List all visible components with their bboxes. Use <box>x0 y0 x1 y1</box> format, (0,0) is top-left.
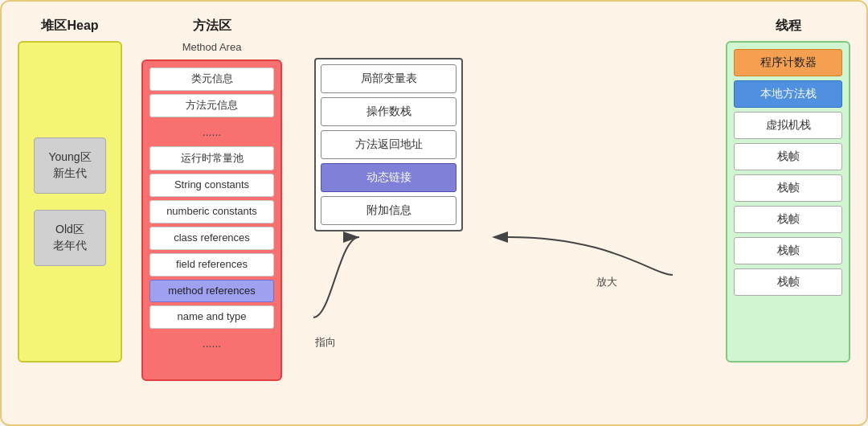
method-meta-item: 方法元信息 <box>149 94 274 117</box>
heap-label: 堆区Heap <box>18 18 122 35</box>
stack-frame-box: 局部变量表 操作数栈 方法返回地址 动态链接 附加信息 <box>314 58 463 231</box>
local-vars-item: 局部变量表 <box>321 64 457 93</box>
class-references-item: class references <box>149 227 274 250</box>
jvm-stack-item: 虚拟机栈 <box>734 112 842 139</box>
stack-frame-section: 局部变量表 操作数栈 方法返回地址 动态链接 附加信息 <box>314 58 463 231</box>
heap-section: 堆区Heap Young区新生代 Old区老年代 <box>18 18 122 363</box>
dynamic-link-item: 动态链接 <box>321 163 457 192</box>
young-gen: Young区新生代 <box>34 137 106 194</box>
runtime-pool-label: 运行时常量池 <box>149 146 274 170</box>
name-and-type-item: name and type <box>149 305 274 329</box>
method-area-sublabel: Method Area <box>141 41 282 53</box>
thread-frame4: 栈帧 <box>734 237 842 264</box>
return-addr-item: 方法返回地址 <box>321 130 457 159</box>
old-gen: Old区老年代 <box>34 210 106 266</box>
thread-frame3: 栈帧 <box>734 206 842 233</box>
heap-box: Young区新生代 Old区老年代 <box>18 41 122 363</box>
thread-label: 线程 <box>726 18 850 35</box>
program-counter-item: 程序计数器 <box>734 49 842 76</box>
method-references-item: method references <box>149 280 274 303</box>
method-area-label: 方法区 <box>141 18 282 35</box>
numeric-constants-item: numberic constants <box>149 200 274 223</box>
thread-frame2: 栈帧 <box>734 174 842 202</box>
dots1: ...... <box>149 121 274 143</box>
method-area-section: 方法区 Method Area 类元信息 方法元信息 ...... 运行时常量池… <box>141 18 282 381</box>
method-area-box: 类元信息 方法元信息 ...... 运行时常量池 String constant… <box>141 59 282 381</box>
magnify-arrow-label: 放大 <box>596 275 617 289</box>
class-info-item: 类元信息 <box>149 68 274 91</box>
thread-frame5: 栈帧 <box>734 268 842 296</box>
extra-info-item: 附加信息 <box>321 196 457 225</box>
thread-box: 程序计数器 本地方法栈 虚拟机栈 栈帧 栈帧 栈帧 栈帧 栈帧 <box>726 41 850 363</box>
native-stack-item: 本地方法栈 <box>734 80 842 108</box>
main-canvas: 堆区Heap Young区新生代 Old区老年代 方法区 Method Area… <box>0 0 868 426</box>
dots2: ...... <box>149 332 274 354</box>
string-constants-item: String constants <box>149 174 274 197</box>
thread-section: 线程 程序计数器 本地方法栈 虚拟机栈 栈帧 栈帧 栈帧 栈帧 栈帧 <box>726 18 850 363</box>
thread-frame1: 栈帧 <box>734 143 842 170</box>
point-arrow-label: 指向 <box>315 335 336 350</box>
operand-stack-item: 操作数栈 <box>321 97 457 126</box>
field-references-item: field references <box>149 253 274 276</box>
